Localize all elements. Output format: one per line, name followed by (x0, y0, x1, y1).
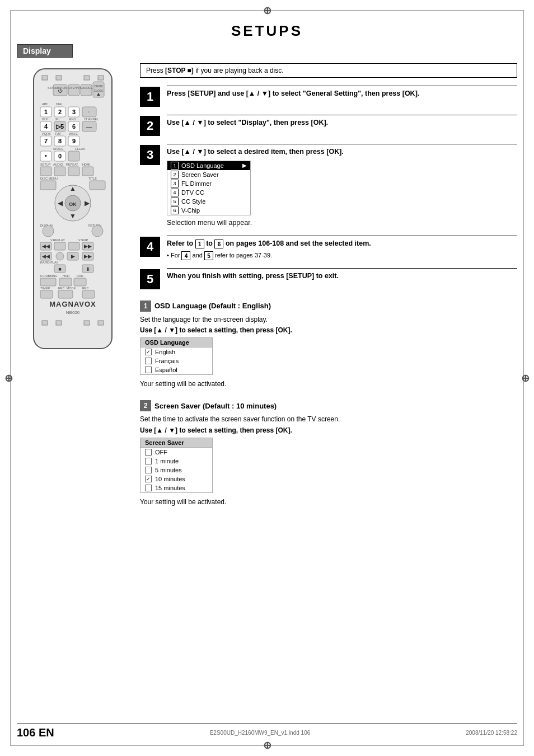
svg-text:1: 1 (44, 109, 48, 115)
svg-text:PQRS: PQRS (42, 132, 51, 135)
svg-text:▲: ▲ (69, 185, 76, 192)
step-4-number: 4 (140, 237, 160, 257)
svg-text:MAGNAVOX: MAGNAVOX (49, 300, 96, 308)
menu-item-dtv-cc: 4 DTV CC (167, 188, 250, 197)
svg-rect-65 (90, 181, 105, 190)
menu-arrow-icon: ▶ (242, 162, 247, 168)
section-2-instruction: Use [▲ / ▼] to select a setting, then pr… (140, 426, 517, 434)
svg-text:DTV/TV: DTV/TV (68, 86, 79, 90)
svg-rect-1 (42, 76, 48, 80)
crossmark-bottom: ⊕ (263, 739, 271, 752)
menu-label-fldimmer: FL Dimmer (181, 180, 212, 187)
svg-text:HDD: HDD (63, 274, 69, 278)
svg-text:D.DUBBING: D.DUBBING (40, 274, 58, 278)
svg-rect-2 (56, 76, 62, 80)
svg-text:DISC MENU: DISC MENU (40, 177, 58, 180)
step-1-text: Press [SETUP] and use [▲ / ▼] to select … (167, 89, 517, 99)
menu-num-1: 1 (171, 162, 179, 170)
svg-text:OPEN/: OPEN/ (94, 84, 103, 88)
section-osd-language: 1 OSD Language (Default : English) (140, 300, 517, 312)
screensaver-option-10min: 10 minutes (140, 475, 212, 483)
section-1-after: Your setting will be activated. (140, 379, 517, 389)
screensaver-label-1min: 1 minute (155, 458, 179, 464)
svg-text:GHI: GHI (42, 118, 48, 121)
step-2-number: 2 (140, 116, 160, 136)
crossmark-right: ⊕ (521, 372, 530, 384)
menu-item-fl-dimmer: 3 FL Dimmer (167, 179, 250, 188)
menu-num-2: 2 (171, 171, 179, 179)
menu-label-ccstyle: CC Style (181, 198, 205, 205)
page-title: SETUPS (17, 22, 517, 40)
svg-text:REC: REC (82, 287, 89, 290)
step-5-number: 5 (140, 269, 160, 289)
section-2-after: Your setting will be activated. (140, 497, 517, 507)
svg-text:V.SKIP: V.SKIP (78, 238, 88, 242)
svg-text:CLEAR: CLEAR (75, 147, 85, 151)
menu-label-dtvcc: DTV CC (181, 189, 204, 196)
osd-check-english (145, 349, 152, 355)
svg-text:6: 6 (72, 123, 76, 130)
screensaver-option-1min: 1 minute (140, 457, 212, 466)
menu-label-osd: OSD Language (181, 162, 224, 169)
svg-text:⏸: ⏸ (86, 266, 91, 272)
stop-instruction-text: Press [STOP ■] if you are playing back a… (146, 67, 284, 74)
svg-text:9: 9 (72, 138, 76, 144)
screensaver-option-15min: 15 minutes (140, 483, 212, 492)
screensaver-check-5min (145, 467, 152, 473)
section-screen-saver: 2 Screen Saver (Default : 10 minutes) (140, 400, 517, 411)
svg-rect-112 (56, 321, 62, 325)
svg-text:▶: ▶ (85, 199, 90, 207)
svg-rect-61 (82, 167, 93, 176)
svg-rect-113 (84, 321, 90, 325)
selection-text: Selection menu will appear. (167, 218, 517, 228)
svg-text:◀◀: ◀◀ (42, 243, 50, 249)
svg-text:▼: ▼ (69, 212, 76, 220)
remote-container: ⏻ STANDBY-ON DTV/TV SOURCE OPEN/ CLOSE ▲… (17, 63, 129, 354)
ref-num-5: 5 (204, 251, 213, 260)
svg-rect-102 (74, 278, 86, 286)
step-4-content: Refer to 1 to 6 on pages 106-108 and set… (167, 236, 517, 260)
section-2-num: 2 (140, 400, 151, 411)
svg-text:◀◀: ◀◀ (42, 253, 50, 259)
ref-num-4: 4 (181, 251, 190, 260)
step-5: 5 When you finish with setting, press [S… (140, 268, 517, 289)
svg-point-75 (43, 226, 54, 237)
menu-num-3: 3 (171, 180, 179, 187)
svg-text:MNO: MNO (69, 118, 77, 121)
svg-rect-100 (40, 278, 56, 286)
svg-point-87 (56, 252, 64, 260)
screen-saver-table: Screen Saver OFF 1 minute 5 minutes 10 m… (140, 438, 213, 493)
screensaver-label-10min: 10 minutes (155, 476, 185, 482)
svg-text:AUDIO: AUDIO (53, 163, 63, 166)
svg-text:▶: ▶ (71, 253, 75, 259)
footer-filename: E2S00UD_H2160MW9_EN_v1.indd 106 (210, 730, 311, 736)
section-1-title: OSD Language (Default : English) (154, 302, 271, 310)
step-3-text: Use [▲ / ▼] to select a desired item, th… (167, 147, 517, 157)
step-1-number: 1 (140, 87, 160, 107)
step-1-content: Press [SETUP] and use [▲ / ▼] to select … (167, 86, 517, 99)
osd-label-francais: Français (155, 358, 179, 364)
svg-text:CHANNEL: CHANNEL (84, 118, 99, 121)
svg-text:SPACE: SPACE (53, 147, 64, 151)
screensaver-label-15min: 15 minutes (155, 485, 185, 491)
svg-text:7: 7 (44, 138, 48, 144)
menu-label-vchip: V-Chip (181, 207, 200, 214)
svg-text:DVD: DVD (77, 274, 83, 278)
svg-text:TITLE: TITLE (88, 177, 97, 180)
section-2-desc: Set the time to activate the screen save… (140, 415, 517, 424)
svg-text:•: • (45, 152, 47, 159)
page-footer: 106 EN E2S00UD_H2160MW9_EN_v1.indd 106 2… (17, 724, 517, 739)
menu-item-screen-saver: 2 Screen Saver (167, 170, 250, 179)
osd-label-english: English (155, 349, 175, 355)
svg-point-76 (92, 226, 103, 237)
main-content: SETUPS Display ⏻ STANDBY (17, 17, 517, 739)
ref-num-1: 1 (195, 240, 204, 248)
screensaver-label-off: OFF (155, 449, 167, 456)
step-4-sub: • For 4 and 5 refer to pages 37-39. (167, 251, 517, 260)
osd-check-francais (145, 358, 152, 364)
screensaver-option-off: OFF (140, 448, 212, 457)
svg-text:TUV: TUV (55, 132, 61, 135)
svg-rect-58 (40, 167, 51, 176)
svg-text:■: ■ (58, 266, 61, 272)
svg-text:8: 8 (58, 138, 62, 144)
